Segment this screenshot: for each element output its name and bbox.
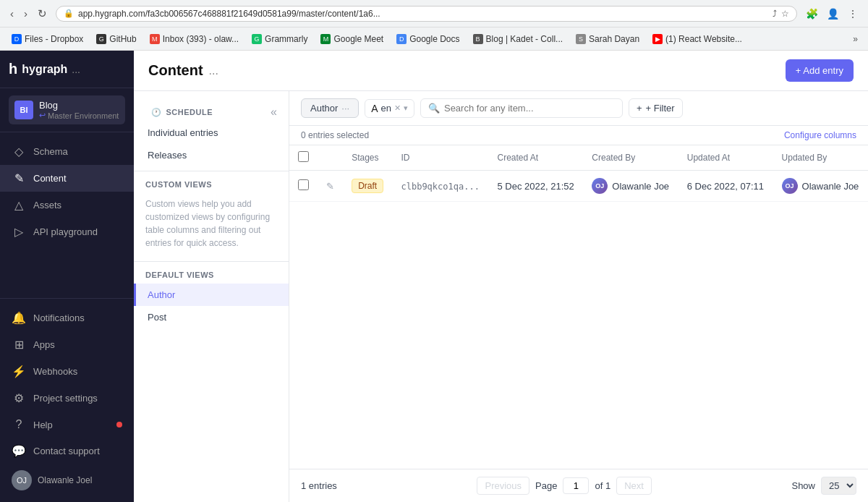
views-panel: 🕐 SCHEDULE « Individual entries Releases… (134, 91, 289, 502)
nav-item-schema[interactable]: ◇ Schema (0, 138, 134, 165)
sidebar-bottom: 🔔 Notifications ⊞ Apps ⚡ Webhooks ⚙ Proj… (0, 298, 134, 502)
select-all-checkbox[interactable] (298, 151, 309, 162)
bookmark-docs[interactable]: D Google Docs (391, 32, 465, 46)
workspace-info: Blog ↩ Master Environment (39, 100, 119, 120)
nav-item-project-settings[interactable]: ⚙ Project settings (0, 385, 134, 412)
nav-item-contact-support[interactable]: 💬 Contact support (0, 438, 134, 464)
entries-selected: 0 entries selected (301, 130, 369, 140)
author-tab[interactable]: Author ··· (301, 98, 359, 118)
row-checkbox-cell (289, 171, 318, 202)
bookmark-inbox[interactable]: M Inbox (393) - olaw... (144, 32, 244, 46)
col-header-updated-by[interactable]: Updated By (773, 145, 868, 171)
workspace-env: ↩ Master Environment (39, 111, 119, 120)
filter-icon: + (637, 103, 642, 114)
configure-columns-button[interactable]: Configure columns (784, 130, 856, 140)
sidebar-nav: ◇ Schema ✎ Content △ Assets ▷ API playgr… (0, 132, 134, 298)
filter-button[interactable]: + + Filter (629, 98, 683, 118)
hygraph-logo-icon: h (9, 61, 17, 77)
app-container: h hygraph ... BI Blog ↩ Master Environme… (0, 51, 868, 502)
collapse-panel-button[interactable]: « (265, 103, 283, 122)
bookmark-github[interactable]: G GitHub (90, 32, 142, 46)
address-bar[interactable]: 🔒 app.hygraph.com/fa3cb006567c468881f216… (56, 6, 797, 22)
page-size-select[interactable]: 25 (821, 477, 856, 495)
col-header-created-at[interactable]: Created At (488, 145, 583, 171)
bookmarks-more[interactable]: » (848, 32, 862, 46)
col-header-updated-at[interactable]: Updated At (678, 145, 773, 171)
sarah-icon: S (576, 34, 586, 44)
bookmark-label: GitHub (109, 34, 136, 44)
sidebar-logo[interactable]: h hygraph ... (9, 61, 80, 77)
workspace-name: Blog (39, 100, 119, 111)
content-title-dots[interactable]: ... (209, 64, 218, 77)
view-post[interactable]: Post (134, 306, 289, 328)
content-body: 🕐 SCHEDULE « Individual entries Releases… (134, 91, 868, 502)
show-label: Show (791, 480, 815, 491)
search-icon: 🔍 (428, 103, 440, 114)
bookmark-label: Google Meet (333, 34, 383, 44)
gmail-icon: M (150, 34, 160, 44)
workspace-item[interactable]: BI Blog ↩ Master Environment (9, 95, 125, 124)
content-icon: ✎ (12, 171, 26, 185)
select-all-header (289, 145, 318, 171)
bookmark-meet[interactable]: M Google Meet (315, 32, 389, 46)
forward-button[interactable]: › (21, 6, 30, 21)
webhooks-icon: ⚡ (12, 365, 26, 378)
refresh-button[interactable]: ↻ (35, 6, 50, 22)
sidebar: h hygraph ... BI Blog ↩ Master Environme… (0, 51, 134, 502)
nav-item-content[interactable]: ✎ Content (0, 165, 134, 192)
nav-label-apps: Apps (33, 339, 55, 350)
bookmark-label: Blog | Kadet - Coll... (486, 34, 563, 44)
prev-page-button[interactable]: Previous (477, 477, 529, 495)
col-header-created-by[interactable]: Created By (583, 145, 678, 171)
nav-label-api-playground: API playground (33, 226, 98, 237)
bookmark-grammarly[interactable]: G Grammarly (246, 32, 313, 46)
bookmark-sarah[interactable]: S Sarah Dayan (570, 32, 645, 46)
profile-button[interactable]: 👤 (824, 7, 842, 21)
nav-item-assets[interactable]: △ Assets (0, 192, 134, 218)
author-tab-dots[interactable]: ··· (341, 103, 349, 114)
nav-item-api-playground[interactable]: ▷ API playground (0, 218, 134, 245)
nav-label-notifications: Notifications (33, 312, 85, 323)
search-box[interactable]: 🔍 (420, 98, 623, 118)
extensions-button[interactable]: 🧩 (803, 7, 821, 21)
bookmark-blog[interactable]: B Blog | Kadet - Coll... (467, 32, 569, 46)
col-header-id[interactable]: ID (392, 145, 488, 171)
back-button[interactable]: ‹ (7, 6, 17, 21)
col-header-stages[interactable]: Stages (343, 145, 392, 171)
bookmark-label: Inbox (393) - olaw... (163, 34, 239, 44)
blog-icon: B (473, 34, 483, 44)
react-icon: ▶ (652, 34, 663, 44)
bookmark-dropbox[interactable]: D Files - Dropbox (6, 32, 89, 46)
nav-label-webhooks: Webhooks (33, 366, 77, 377)
entries-count: 1 entries (301, 480, 337, 491)
table-row[interactable]: ✎ Draft clbb9qkco1qa... 5 Dec 2022, 21:5… (289, 171, 868, 202)
table-status-bar: 0 entries selected Configure columns (289, 126, 868, 145)
share-icon: ⤴ (773, 9, 777, 19)
edit-icon[interactable]: ✎ (326, 181, 334, 192)
row-created-at-cell: 5 Dec 2022, 21:52 (488, 171, 583, 202)
language-code: en (381, 103, 391, 114)
next-page-button[interactable]: Next (616, 477, 652, 495)
schedule-section-header: 🕐 SCHEDULE (140, 103, 224, 122)
language-remove[interactable]: ✕ (394, 103, 401, 113)
nav-item-help[interactable]: ? Help (0, 412, 134, 438)
view-author[interactable]: Author (134, 284, 289, 306)
page-number-input[interactable] (563, 477, 589, 494)
individual-entries-item[interactable]: Individual entries (134, 122, 289, 144)
nav-item-webhooks[interactable]: ⚡ Webhooks (0, 358, 134, 385)
schema-icon: ◇ (12, 145, 26, 158)
apps-icon: ⊞ (12, 338, 26, 352)
row-checkbox[interactable] (298, 179, 309, 190)
language-selector[interactable]: A en ✕ ▾ (365, 99, 414, 118)
docs-icon: D (396, 34, 407, 44)
add-entry-button[interactable]: + Add entry (786, 59, 854, 82)
nav-item-apps[interactable]: ⊞ Apps (0, 331, 134, 358)
nav-label-schema: Schema (33, 146, 68, 157)
releases-item[interactable]: Releases (134, 144, 289, 166)
nav-item-notifications[interactable]: 🔔 Notifications (0, 305, 134, 331)
sidebar-user[interactable]: OJ Olawanle Joel (0, 464, 134, 496)
search-input[interactable] (444, 103, 615, 114)
menu-button[interactable]: ⋮ (845, 7, 861, 21)
bookmark-react[interactable]: ▶ (1) React Website... (647, 32, 748, 46)
created-by-avatar: OJ (592, 178, 608, 194)
